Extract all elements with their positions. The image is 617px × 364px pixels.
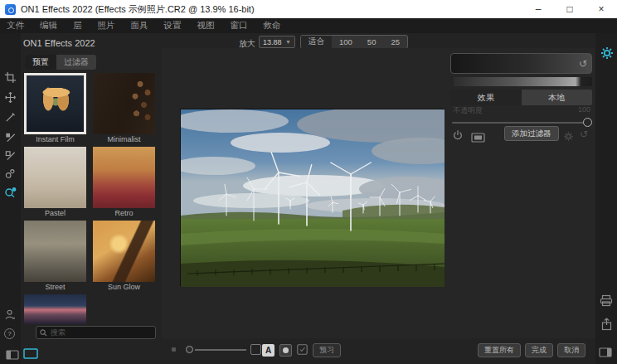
tab-presets[interactable]: 预置: [25, 55, 56, 70]
windmill-photo-image: [181, 109, 445, 287]
perfect-eraser-tool-icon[interactable]: [3, 130, 17, 144]
menu-window[interactable]: 窗口: [231, 20, 248, 32]
zoom-100-button[interactable]: 100: [332, 36, 360, 48]
right-panel-toggle-icon[interactable]: [599, 346, 612, 361]
menu-layer[interactable]: 层: [73, 20, 82, 32]
titlebar: ON1 Effects 2022 (Effects 示例照片.CR2 @ 13.…: [0, 0, 617, 18]
filter-options-gear-icon[interactable]: [563, 130, 574, 145]
preset-thumb-minimalist[interactable]: [93, 73, 155, 134]
preset-thumb-sun-glow[interactable]: [93, 221, 155, 282]
retouch-brush-tool-icon[interactable]: [3, 148, 17, 163]
search-input[interactable]: [51, 328, 150, 337]
mask-circle-icon[interactable]: [279, 344, 292, 357]
mask-view-icon[interactable]: [471, 131, 485, 146]
zoom-25-button[interactable]: 25: [383, 36, 407, 48]
print-icon[interactable]: [600, 294, 613, 310]
zoom-preset-group: 适合 100 50 25: [300, 35, 408, 49]
preview-a-icon[interactable]: A: [262, 344, 274, 357]
preset-thumb-instant-film[interactable]: [24, 73, 86, 134]
effects-search-tool-icon-active[interactable]: [3, 185, 17, 199]
fit-button[interactable]: 适合: [301, 36, 332, 48]
menubar: 文件 编辑 层 照片 面具 设置 视图 窗口 救命: [0, 18, 617, 33]
settings-gear-icon[interactable]: [600, 46, 614, 63]
app-window: ON1 Effects 2022 (Effects 示例照片.CR2 @ 13.…: [0, 0, 617, 364]
windmill-photo[interactable]: [180, 109, 444, 286]
preset-thumb-pastel[interactable]: [24, 147, 86, 208]
preview-button[interactable]: 预习: [313, 343, 341, 357]
menu-settings[interactable]: 设置: [164, 20, 182, 32]
preset-thumb-partial[interactable]: [24, 294, 86, 324]
preset-label: Street: [24, 283, 86, 291]
menu-photo[interactable]: 照片: [98, 20, 115, 32]
minimize-button[interactable]: –: [522, 0, 554, 18]
right-edge-strip: [595, 33, 617, 364]
preset-thumb-retro[interactable]: [93, 147, 155, 208]
tab-local[interactable]: 本地: [522, 90, 593, 105]
bottom-zoom-slider-track[interactable]: [195, 349, 246, 351]
on1-app-icon: [5, 4, 16, 15]
menu-view[interactable]: 视图: [197, 20, 215, 32]
maximize-button[interactable]: □: [554, 0, 585, 18]
preview-power-icon[interactable]: [452, 129, 464, 144]
add-filter-button[interactable]: 添加过滤器: [504, 126, 559, 141]
preset-label: Pastel: [24, 209, 86, 217]
bottom-zoom-slider-knob[interactable]: [186, 346, 193, 353]
preset-label: Minimalist: [93, 135, 155, 143]
clone-stamp-tool-icon[interactable]: [3, 167, 17, 181]
opacity-value: 100: [578, 105, 590, 114]
menu-help[interactable]: 救命: [264, 20, 281, 32]
chevron-down-icon: ▼: [285, 39, 291, 45]
preset-search: [36, 326, 156, 339]
filter-reset-icon[interactable]: ↺: [580, 129, 588, 140]
zoom-level-dropdown[interactable]: 13.88 ▼: [259, 36, 295, 48]
app-title: ON1 Effects 2022: [23, 38, 95, 48]
edit-panel-toggle-icon-active[interactable]: [23, 347, 38, 362]
tab-effects[interactable]: 效果: [450, 90, 522, 105]
help-icon[interactable]: ?: [4, 328, 15, 339]
zoom-50-button[interactable]: 50: [360, 36, 384, 48]
compare-view-icon[interactable]: [250, 344, 261, 355]
preset-thumb-street[interactable]: [24, 221, 86, 282]
window-title: ON1 Effects 2022 (Effects 示例照片.CR2 @ 13.…: [21, 3, 255, 16]
reset-all-button[interactable]: 重置所有: [478, 343, 521, 357]
menu-mask[interactable]: 面具: [131, 20, 148, 32]
preset-label: Instant Film: [24, 135, 86, 143]
opacity-slider-track[interactable]: [452, 122, 587, 124]
soft-proof-icon[interactable]: [297, 344, 308, 355]
crop-tool-icon[interactable]: [3, 70, 17, 85]
tab-filters[interactable]: 过滤器: [56, 55, 96, 70]
move-tool-icon[interactable]: [3, 90, 17, 104]
histogram-reset-icon[interactable]: ↺: [579, 58, 587, 70]
preset-label: Retro: [93, 209, 155, 217]
cancel-button[interactable]: 取消: [557, 343, 585, 357]
search-icon: [40, 329, 47, 337]
export-share-icon[interactable]: [600, 318, 613, 334]
effects-local-tabs: 效果 本地: [450, 90, 592, 105]
account-icon[interactable]: [3, 308, 17, 322]
browse-panel-toggle-icon[interactable]: [6, 348, 19, 363]
preset-filter-tabs: 预置 过滤器: [25, 55, 96, 70]
opacity-slider-knob[interactable]: [583, 118, 592, 127]
zoom-out-dot-icon[interactable]: [172, 347, 176, 352]
paint-brush-tool-icon[interactable]: [3, 110, 17, 124]
menu-edit[interactable]: 编辑: [40, 20, 57, 32]
menu-file[interactable]: 文件: [7, 20, 24, 32]
tone-gradient-strip: [454, 77, 592, 86]
done-button[interactable]: 完成: [525, 343, 553, 357]
close-button[interactable]: ×: [585, 0, 617, 18]
opacity-label: 不透明度: [453, 105, 483, 116]
histogram-box: ↺: [450, 53, 592, 74]
preset-label: Sun Glow: [93, 283, 155, 291]
zoom-value: 13.88: [263, 38, 282, 46]
